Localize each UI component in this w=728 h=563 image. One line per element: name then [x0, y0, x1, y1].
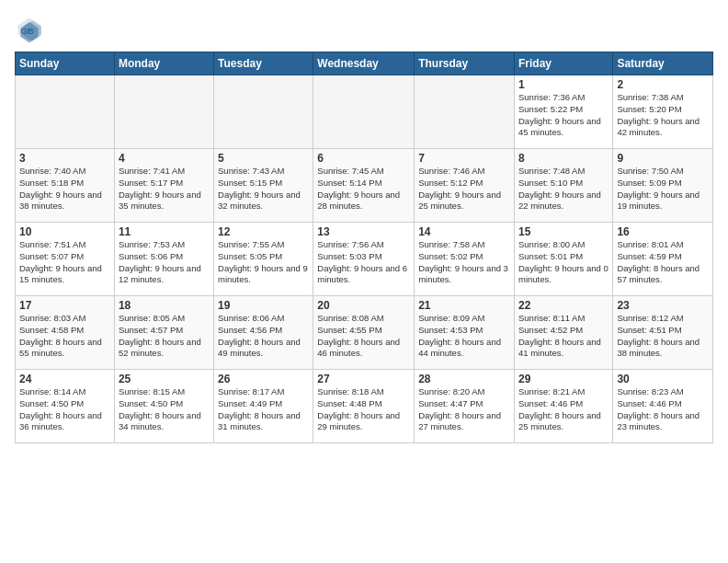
day-info: Sunrise: 7:45 AMSunset: 5:14 PMDaylight:…: [317, 166, 410, 213]
calendar-cell: 20Sunrise: 8:08 AMSunset: 4:55 PMDayligh…: [313, 296, 415, 370]
day-info: Sunrise: 7:58 AMSunset: 5:02 PMDaylight:…: [418, 239, 510, 286]
day-info: Sunrise: 7:50 AMSunset: 5:09 PMDaylight:…: [617, 166, 709, 213]
calendar-cell: [214, 75, 313, 149]
calendar-cell: 12Sunrise: 7:55 AMSunset: 5:05 PMDayligh…: [214, 223, 313, 296]
calendar-cell: 11Sunrise: 7:53 AMSunset: 5:06 PMDayligh…: [114, 223, 213, 296]
day-number: 26: [218, 373, 309, 385]
calendar-header-monday: Monday: [114, 52, 213, 75]
day-info: Sunrise: 8:09 AMSunset: 4:53 PMDaylight:…: [418, 313, 510, 360]
day-info: Sunrise: 7:53 AMSunset: 5:06 PMDaylight:…: [119, 239, 210, 286]
calendar-cell: 3Sunrise: 7:40 AMSunset: 5:18 PMDaylight…: [16, 149, 115, 223]
calendar-cell: 1Sunrise: 7:36 AMSunset: 5:22 PMDaylight…: [514, 75, 612, 149]
calendar-cell: 28Sunrise: 8:20 AMSunset: 4:47 PMDayligh…: [415, 370, 515, 443]
day-info: Sunrise: 7:38 AMSunset: 5:20 PMDaylight:…: [617, 92, 709, 139]
calendar-header-row: SundayMondayTuesdayWednesdayThursdayFrid…: [16, 52, 713, 75]
calendar-table: SundayMondayTuesdayWednesdayThursdayFrid…: [15, 52, 713, 443]
day-number: 30: [617, 373, 709, 385]
day-number: 18: [119, 299, 210, 312]
calendar-header-saturday: Saturday: [613, 52, 713, 75]
day-number: 5: [218, 152, 309, 165]
logo: GB: [15, 15, 48, 44]
day-number: 1: [518, 78, 609, 91]
logo-icon: GB: [15, 15, 44, 44]
day-info: Sunrise: 7:55 AMSunset: 5:05 PMDaylight:…: [218, 239, 309, 286]
day-info: Sunrise: 8:05 AMSunset: 4:57 PMDaylight:…: [119, 313, 210, 360]
day-number: 16: [617, 225, 709, 238]
day-info: Sunrise: 8:23 AMSunset: 4:46 PMDaylight:…: [617, 386, 709, 433]
calendar-cell: 21Sunrise: 8:09 AMSunset: 4:53 PMDayligh…: [415, 296, 515, 370]
calendar-cell: 29Sunrise: 8:21 AMSunset: 4:46 PMDayligh…: [514, 370, 612, 443]
day-info: Sunrise: 8:15 AMSunset: 4:50 PMDaylight:…: [119, 386, 210, 433]
day-number: 17: [19, 299, 110, 312]
day-info: Sunrise: 8:11 AMSunset: 4:52 PMDaylight:…: [518, 313, 609, 360]
day-number: 11: [119, 225, 210, 238]
calendar-header-wednesday: Wednesday: [313, 52, 415, 75]
day-number: 23: [617, 299, 709, 312]
calendar-header-friday: Friday: [514, 52, 612, 75]
day-number: 20: [317, 299, 410, 312]
calendar-cell: 30Sunrise: 8:23 AMSunset: 4:46 PMDayligh…: [613, 370, 713, 443]
calendar-header-tuesday: Tuesday: [214, 52, 313, 75]
day-number: 14: [418, 225, 510, 238]
day-info: Sunrise: 7:43 AMSunset: 5:15 PMDaylight:…: [218, 166, 309, 213]
calendar-cell: 27Sunrise: 8:18 AMSunset: 4:48 PMDayligh…: [313, 370, 415, 443]
day-info: Sunrise: 8:03 AMSunset: 4:58 PMDaylight:…: [19, 313, 110, 360]
day-info: Sunrise: 7:46 AMSunset: 5:12 PMDaylight:…: [418, 166, 510, 213]
calendar-header-sunday: Sunday: [16, 52, 115, 75]
day-number: 3: [19, 152, 110, 165]
calendar-cell: 22Sunrise: 8:11 AMSunset: 4:52 PMDayligh…: [514, 296, 612, 370]
page-container: GB SundayMondayTuesdayWednesdayThursdayF…: [0, 0, 728, 451]
calendar-cell: 7Sunrise: 7:46 AMSunset: 5:12 PMDaylight…: [415, 149, 515, 223]
calendar-cell: 4Sunrise: 7:41 AMSunset: 5:17 PMDaylight…: [114, 149, 213, 223]
calendar-cell: 16Sunrise: 8:01 AMSunset: 4:59 PMDayligh…: [613, 223, 713, 296]
day-info: Sunrise: 8:06 AMSunset: 4:56 PMDaylight:…: [218, 313, 309, 360]
day-number: 21: [418, 299, 510, 312]
calendar-cell: 15Sunrise: 8:00 AMSunset: 5:01 PMDayligh…: [514, 223, 612, 296]
day-info: Sunrise: 7:40 AMSunset: 5:18 PMDaylight:…: [19, 166, 110, 213]
calendar-week-row: 10Sunrise: 7:51 AMSunset: 5:07 PMDayligh…: [16, 223, 713, 296]
calendar-cell: 10Sunrise: 7:51 AMSunset: 5:07 PMDayligh…: [16, 223, 115, 296]
calendar-week-row: 24Sunrise: 8:14 AMSunset: 4:50 PMDayligh…: [16, 370, 713, 443]
day-number: 4: [119, 152, 210, 165]
day-info: Sunrise: 8:01 AMSunset: 4:59 PMDaylight:…: [617, 239, 709, 286]
day-number: 10: [19, 225, 110, 238]
day-number: 12: [218, 225, 309, 238]
day-number: 24: [19, 373, 110, 385]
calendar-cell: 26Sunrise: 8:17 AMSunset: 4:49 PMDayligh…: [214, 370, 313, 443]
page-header: GB: [15, 15, 713, 44]
day-number: 19: [218, 299, 309, 312]
calendar-header-thursday: Thursday: [415, 52, 515, 75]
day-info: Sunrise: 8:14 AMSunset: 4:50 PMDaylight:…: [19, 386, 110, 433]
day-info: Sunrise: 7:48 AMSunset: 5:10 PMDaylight:…: [518, 166, 609, 213]
calendar-cell: 6Sunrise: 7:45 AMSunset: 5:14 PMDaylight…: [313, 149, 415, 223]
calendar-week-row: 3Sunrise: 7:40 AMSunset: 5:18 PMDaylight…: [16, 149, 713, 223]
day-number: 8: [518, 152, 609, 165]
calendar-cell: 24Sunrise: 8:14 AMSunset: 4:50 PMDayligh…: [16, 370, 115, 443]
day-number: 22: [518, 299, 609, 312]
day-number: 6: [317, 152, 410, 165]
day-number: 28: [418, 373, 510, 385]
day-number: 2: [617, 78, 709, 91]
day-info: Sunrise: 8:18 AMSunset: 4:48 PMDaylight:…: [317, 386, 410, 433]
calendar-cell: 5Sunrise: 7:43 AMSunset: 5:15 PMDaylight…: [214, 149, 313, 223]
day-number: 29: [518, 373, 609, 385]
calendar-cell: 18Sunrise: 8:05 AMSunset: 4:57 PMDayligh…: [114, 296, 213, 370]
day-info: Sunrise: 8:17 AMSunset: 4:49 PMDaylight:…: [218, 386, 309, 433]
day-info: Sunrise: 7:41 AMSunset: 5:17 PMDaylight:…: [119, 166, 210, 213]
calendar-week-row: 17Sunrise: 8:03 AMSunset: 4:58 PMDayligh…: [16, 296, 713, 370]
day-info: Sunrise: 8:20 AMSunset: 4:47 PMDaylight:…: [418, 386, 510, 433]
calendar-cell: [415, 75, 515, 149]
day-info: Sunrise: 8:12 AMSunset: 4:51 PMDaylight:…: [617, 313, 709, 360]
day-info: Sunrise: 7:36 AMSunset: 5:22 PMDaylight:…: [518, 92, 609, 139]
calendar-cell: 17Sunrise: 8:03 AMSunset: 4:58 PMDayligh…: [16, 296, 115, 370]
calendar-cell: 14Sunrise: 7:58 AMSunset: 5:02 PMDayligh…: [415, 223, 515, 296]
calendar-cell: [16, 75, 115, 149]
calendar-cell: 2Sunrise: 7:38 AMSunset: 5:20 PMDaylight…: [613, 75, 713, 149]
calendar-cell: 25Sunrise: 8:15 AMSunset: 4:50 PMDayligh…: [114, 370, 213, 443]
calendar-cell: 19Sunrise: 8:06 AMSunset: 4:56 PMDayligh…: [214, 296, 313, 370]
day-number: 7: [418, 152, 510, 165]
calendar-cell: 8Sunrise: 7:48 AMSunset: 5:10 PMDaylight…: [514, 149, 612, 223]
day-number: 13: [317, 225, 410, 238]
calendar-cell: [114, 75, 213, 149]
calendar-cell: 13Sunrise: 7:56 AMSunset: 5:03 PMDayligh…: [313, 223, 415, 296]
